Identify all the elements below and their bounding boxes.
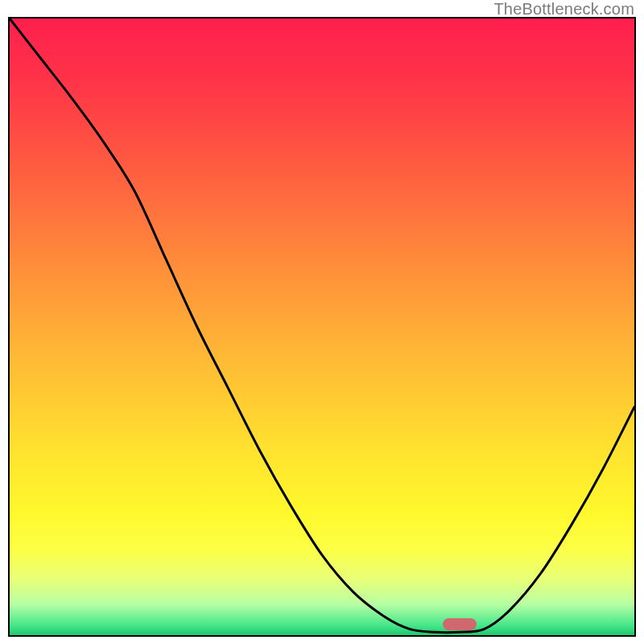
optimum-marker: [443, 618, 477, 630]
chart-frame: [8, 17, 636, 637]
bottleneck-curve: [10, 19, 634, 635]
watermark-text: TheBottleneck.com: [493, 0, 634, 19]
